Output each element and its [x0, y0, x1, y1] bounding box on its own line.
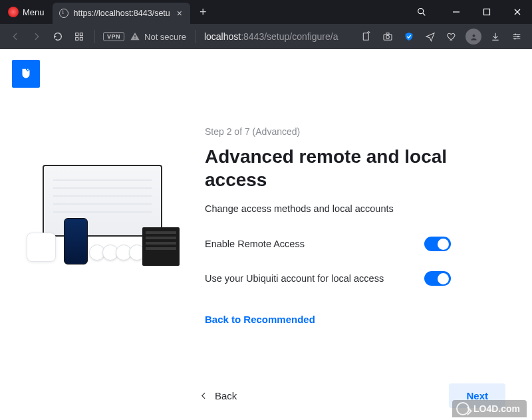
address-bar[interactable]: localhost:8443/setup/configure/a: [201, 31, 355, 42]
browser-tab[interactable]: https://localhost:8443/setu ×: [53, 3, 190, 24]
svg-rect-7: [80, 33, 82, 36]
svg-rect-15: [386, 33, 389, 35]
svg-point-24: [514, 38, 515, 39]
step-indicator: Step 2 of 7 (Advanced): [205, 126, 505, 137]
maximize-button[interactable]: [472, 0, 501, 24]
reload-button[interactable]: [48, 27, 68, 47]
svg-point-0: [418, 9, 424, 14]
downloads-button[interactable]: [485, 27, 505, 47]
new-tab-button[interactable]: +: [190, 5, 216, 19]
search-button[interactable]: [407, 0, 436, 24]
titlebar: Menu https://localhost:8443/setu × +: [0, 0, 532, 24]
user-icon: [469, 32, 479, 42]
profile-button[interactable]: [466, 29, 481, 45]
adblock-button[interactable]: [399, 27, 419, 47]
svg-point-16: [472, 34, 475, 37]
nav-forward-button[interactable]: [27, 27, 47, 47]
svg-rect-6: [76, 33, 78, 36]
page-subtitle: Change access methods and local accounts: [205, 203, 505, 214]
toggle-label: Enable Remote Access: [205, 239, 305, 249]
toggle-row-remote-access: Enable Remote Access: [205, 237, 451, 251]
watermark-text: LO4D.com: [473, 403, 520, 414]
reload-icon: [53, 31, 63, 42]
svg-line-1: [423, 13, 425, 15]
heart-button[interactable]: [442, 27, 462, 47]
search-icon: [416, 7, 427, 17]
svg-rect-10: [134, 35, 135, 37]
watermark: LO4D.com: [452, 400, 527, 417]
vpn-badge[interactable]: VPN: [103, 32, 124, 41]
warning-icon: [130, 31, 140, 42]
send-button[interactable]: [420, 27, 440, 47]
svg-rect-8: [76, 37, 78, 40]
browser-chrome: Menu https://localhost:8443/setu × +: [0, 0, 532, 49]
maximize-icon: [483, 8, 491, 16]
snapshot-button[interactable]: [378, 27, 398, 47]
heart-icon: [446, 31, 457, 42]
back-to-recommended-link[interactable]: Back to Recommended: [205, 314, 315, 325]
product-hero-image: [27, 159, 180, 266]
ubiquiti-account-toggle[interactable]: [424, 271, 451, 286]
easy-setup-button[interactable]: [507, 27, 527, 47]
magnify-icon: [456, 402, 469, 415]
page-content: Step 2 of 7 (Advanced) Advanced remote a…: [0, 49, 532, 420]
opera-icon: [8, 7, 19, 17]
not-secure-label: Not secure: [144, 32, 186, 42]
grid-icon: [74, 31, 84, 42]
address-host: localhost: [204, 31, 241, 42]
svg-rect-3: [484, 9, 490, 15]
tab-title: https://localhost:8443/setu: [74, 9, 170, 18]
back-button[interactable]: Back: [200, 390, 237, 401]
close-tab-icon[interactable]: ×: [176, 8, 184, 19]
sliders-icon: [511, 31, 522, 42]
window-controls: [442, 0, 532, 24]
security-indicator[interactable]: Not secure: [128, 31, 190, 42]
info-icon: [59, 9, 68, 18]
nav-back-button[interactable]: [5, 27, 25, 47]
menu-label: Menu: [23, 7, 45, 17]
camera-icon: [382, 31, 393, 42]
bookmark-add-icon: [361, 31, 372, 42]
chevron-left-icon: [200, 391, 208, 400]
close-window-button[interactable]: [503, 0, 532, 24]
svg-point-22: [515, 33, 516, 35]
send-icon: [425, 31, 436, 42]
back-label: Back: [215, 390, 237, 401]
chevron-right-icon: [31, 31, 42, 42]
toolbar: VPN Not secure localhost:8443/setup/conf…: [0, 24, 532, 49]
svg-rect-9: [80, 37, 82, 40]
toggle-row-ubiquiti-account: Use your Ubiquiti account for local acce…: [205, 271, 451, 286]
close-icon: [513, 8, 521, 16]
ubiquiti-u-icon: [19, 66, 33, 81]
address-path: :8443/setup/configure/a: [241, 31, 338, 42]
page-title: Advanced remote and local access: [205, 145, 458, 191]
ubiquiti-logo[interactable]: [12, 60, 40, 88]
toggle-label: Use your Ubiquiti account for local acce…: [205, 273, 384, 284]
remote-access-toggle[interactable]: [424, 237, 451, 251]
opera-menu-button[interactable]: Menu: [0, 0, 53, 24]
setup-area: Step 2 of 7 (Advanced) Advanced remote a…: [12, 88, 520, 326]
minimize-icon: [452, 8, 460, 16]
bookmark-button[interactable]: [356, 27, 376, 47]
svg-point-23: [517, 36, 519, 37]
download-icon: [490, 31, 501, 42]
shield-check-icon: [404, 31, 414, 42]
minimize-button[interactable]: [442, 0, 471, 24]
svg-rect-12: [363, 33, 368, 41]
svg-point-14: [386, 35, 390, 39]
setup-form: Step 2 of 7 (Advanced) Advanced remote a…: [205, 121, 505, 326]
svg-rect-11: [134, 38, 135, 39]
chevron-left-icon: [10, 31, 21, 42]
speed-dial-button[interactable]: [69, 27, 89, 47]
